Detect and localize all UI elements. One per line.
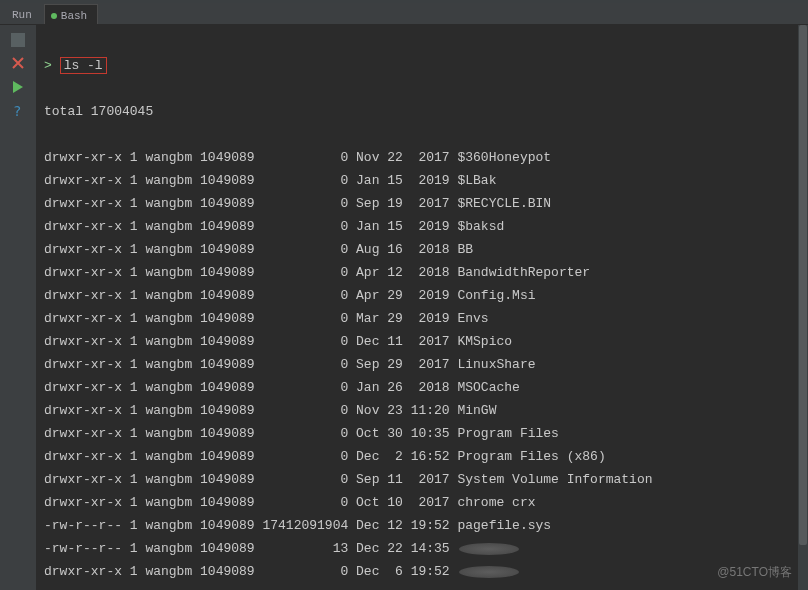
listing-row: drwxr-xr-x 1 wangbm 1049089 0 Sep 19 201… (44, 192, 790, 215)
listing-row: drwxr-xr-x 1 wangbm 1049089 0 Jan 15 201… (44, 215, 790, 238)
listing-row: -rw-r--r-- 1 wangbm 1049089 17412091904 … (44, 514, 790, 537)
tab-bash[interactable]: Bash (44, 4, 98, 24)
help-icon[interactable]: ? (10, 103, 26, 119)
tab-run[interactable]: Run (6, 4, 42, 24)
listing-row: drwxr-xr-x 1 wangbm 1049089 0 Nov 22 201… (44, 146, 790, 169)
close-icon[interactable] (10, 55, 26, 71)
scrollbar-thumb[interactable] (799, 25, 807, 545)
tab-bash-label: Bash (61, 10, 87, 22)
redacted-name (459, 543, 519, 555)
listing-row: drwxr-xr-x 1 wangbm 1049089 0 Mar 29 201… (44, 307, 790, 330)
stop-placeholder-icon[interactable] (11, 33, 25, 47)
listing-row: drwxr-xr-x 1 wangbm 1049089 0 Aug 16 201… (44, 238, 790, 261)
listing-row: drwxr-xr-x 1 wangbm 1049089 0 Apr 29 201… (44, 284, 790, 307)
tab-strip: Run Bash (0, 3, 808, 25)
listing-row: drwxr-xr-x 1 wangbm 1049089 0 Dec 2 16:5… (44, 445, 790, 468)
bash-status-dot-icon (51, 13, 57, 19)
scrollbar-track[interactable] (798, 25, 808, 590)
tab-run-label: Run (12, 9, 32, 21)
redacted-name (459, 566, 519, 578)
listing-row: -rw-r--r-- 1 wangbm 1049089 13 Dec 22 14… (44, 537, 790, 560)
listing-row: drwxr-xr-x 1 wangbm 1049089 0 Oct 10 201… (44, 491, 790, 514)
run-icon[interactable] (10, 79, 26, 95)
listing-row: drwxr-xr-x 1 wangbm 1049089 0 Nov 23 11:… (44, 399, 790, 422)
listing-row: drwxr-xr-x 1 wangbm 1049089 0 Dec 11 201… (44, 330, 790, 353)
listing-row: drwxr-xr-x 1 wangbm 1049089 0 Dec 6 19:5… (44, 560, 790, 583)
terminal-output[interactable]: > ls -l total 17004045 drwxr-xr-x 1 wang… (36, 25, 798, 590)
svg-text:?: ? (13, 103, 21, 119)
listing-row: drwxr-xr-x 1 wangbm 1049089 0 Oct 30 10:… (44, 422, 790, 445)
action-gutter: ? (0, 25, 36, 590)
cmd-line-ls: > ls -l (44, 54, 790, 77)
listing-row: drwxr-xr-x 1 wangbm 1049089 0 Sep 29 201… (44, 353, 790, 376)
listing-row: drwxr-xr-x 1 wangbm 1049089 0 Sep 11 201… (44, 468, 790, 491)
watermark: @51CTO博客 (717, 561, 792, 584)
listing-row: drwxr-xr-x 1 wangbm 1049089 0 Apr 12 201… (44, 261, 790, 284)
listing-row: drwxr-xr-x 1 wangbm 1049089 0 Jan 26 201… (44, 376, 790, 399)
listing-row: drwxr-xr-x 1 wangbm 1049089 0 Jan 15 201… (44, 169, 790, 192)
total-line: total 17004045 (44, 100, 790, 123)
highlighted-command-ls: ls -l (60, 57, 107, 74)
